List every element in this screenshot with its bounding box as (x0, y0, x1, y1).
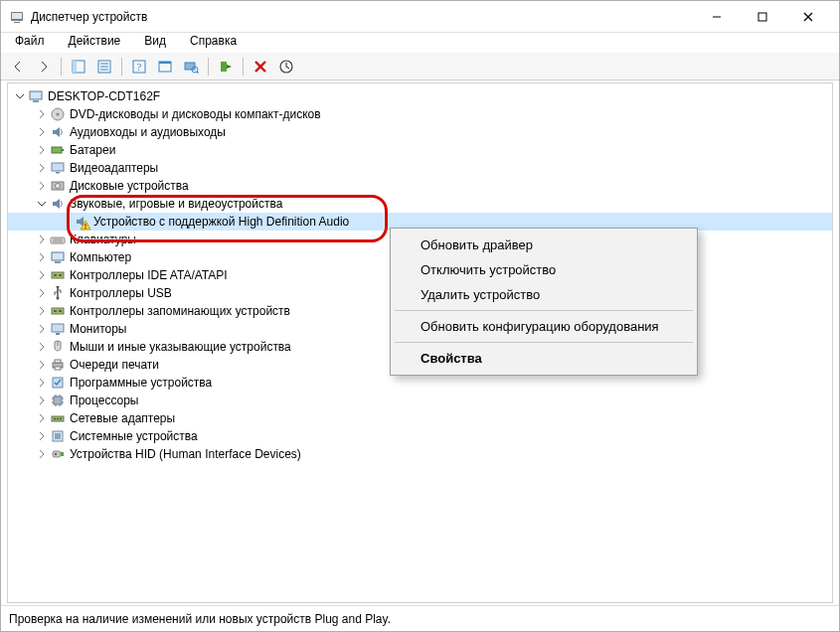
controller-icon (50, 267, 66, 283)
disk-icon (50, 178, 66, 194)
tree-category[interactable]: DVD-дисководы и дисководы компакт-дисков (8, 105, 832, 123)
chevron-right-icon[interactable] (36, 126, 48, 138)
tree-category[interactable]: Видеоадаптеры (8, 159, 832, 177)
svg-rect-20 (221, 62, 227, 72)
update-driver-button[interactable] (275, 56, 297, 78)
chevron-right-icon[interactable] (36, 377, 48, 389)
ctx-delete-device[interactable]: Удалить устройство (393, 282, 695, 307)
chevron-right-icon[interactable] (36, 448, 48, 460)
monitor-icon (50, 321, 66, 337)
minimize-button[interactable] (694, 1, 740, 33)
tree-category[interactable]: Дисковые устройства (8, 177, 832, 195)
svg-rect-28 (52, 147, 62, 153)
menu-view[interactable]: Вид (140, 32, 170, 50)
svg-text:?: ? (137, 61, 142, 73)
chevron-right-icon[interactable] (36, 430, 48, 442)
svg-point-33 (56, 184, 61, 189)
dvd-icon (50, 106, 66, 122)
tree-category-label: Звуковые, игровые и видеоустройства (70, 197, 282, 211)
chevron-right-icon[interactable] (36, 144, 48, 156)
help-button[interactable]: ? (128, 56, 150, 78)
chevron-right-icon[interactable] (36, 287, 48, 299)
menu-action[interactable]: Действие (65, 32, 125, 50)
svg-rect-17 (185, 63, 195, 70)
svg-rect-30 (52, 163, 64, 171)
status-text: Проверка на наличие изменений или новых … (9, 612, 391, 626)
chevron-right-icon[interactable] (36, 162, 48, 174)
controller-icon (50, 303, 66, 319)
hid-icon (50, 446, 66, 462)
svg-point-72 (55, 453, 57, 455)
enable-device-button[interactable] (215, 56, 237, 78)
svg-rect-52 (55, 360, 61, 363)
forward-button[interactable] (33, 56, 55, 78)
menu-help[interactable]: Справка (186, 32, 241, 50)
svg-rect-69 (55, 433, 61, 439)
toolbar: ? (1, 53, 839, 80)
tree-category[interactable]: Устройства HID (Human Interface Devices) (8, 445, 832, 463)
ctx-properties[interactable]: Свойства (393, 346, 695, 371)
tree-category-label: Компьютер (70, 250, 131, 264)
close-button[interactable] (785, 1, 831, 33)
property-sheet-button[interactable] (154, 56, 176, 78)
device-manager-window: Диспетчер устройств Файл Действие Вид Сп… (0, 0, 840, 632)
scan-hardware-button[interactable] (180, 56, 202, 78)
svg-line-19 (197, 72, 199, 74)
chevron-right-icon[interactable] (36, 341, 48, 353)
statusbar: Проверка на наличие изменений или новых … (1, 605, 839, 631)
show-hide-tree-button[interactable] (68, 56, 89, 78)
tree-category-label: Мыши и иные указывающие устройства (70, 340, 291, 354)
svg-rect-1 (12, 13, 22, 19)
chevron-right-icon[interactable] (36, 395, 48, 406)
window-title: Диспетчер устройств (31, 10, 694, 24)
ctx-disable-device[interactable]: Отключить устройство (393, 257, 695, 282)
titlebar: Диспетчер устройств (1, 1, 839, 33)
svg-rect-41 (52, 272, 64, 278)
tree-category-label: Контроллеры USB (70, 286, 172, 300)
chevron-right-icon[interactable] (36, 234, 48, 245)
system-icon (50, 428, 66, 444)
tree-category[interactable]: Процессоры (8, 392, 832, 409)
chevron-right-icon[interactable] (36, 269, 48, 281)
soft-icon (50, 375, 66, 391)
properties-button[interactable] (93, 56, 115, 78)
tree-category-label: Видеоадаптеры (70, 161, 158, 175)
keyboard-icon (50, 232, 66, 247)
tree-root[interactable]: DESKTOP-CDT162F (8, 87, 832, 105)
ctx-sep2 (395, 342, 693, 343)
svg-rect-48 (52, 324, 64, 332)
tree-category-label: Батареи (70, 143, 115, 157)
chevron-down-icon[interactable] (14, 90, 26, 102)
tree-category[interactable]: Сетевые адаптеры (8, 409, 832, 427)
maximize-button[interactable] (740, 1, 785, 33)
tree-category[interactable]: Аудиовходы и аудиовыходы (8, 123, 832, 141)
svg-rect-49 (56, 333, 60, 335)
chevron-down-icon[interactable] (36, 198, 48, 210)
chevron-right-icon[interactable] (36, 412, 48, 424)
back-button[interactable] (7, 56, 29, 78)
tree-category-sound[interactable]: Звуковые, игровые и видеоустройства (8, 195, 832, 213)
ctx-update-driver[interactable]: Обновить драйвер (393, 233, 695, 257)
uninstall-device-button[interactable] (250, 56, 271, 78)
sound-icon (50, 196, 66, 212)
battery-icon (50, 142, 66, 158)
tree-category[interactable]: Программные устройства (8, 374, 832, 392)
ctx-scan-hardware[interactable]: Обновить конфигурацию оборудования (393, 314, 695, 339)
mouse-icon (50, 339, 66, 355)
chevron-right-icon[interactable] (36, 251, 48, 263)
tree-category[interactable]: Батареи (8, 141, 832, 159)
app-icon (9, 9, 25, 25)
chevron-right-icon[interactable] (36, 108, 48, 120)
tree-root-label: DESKTOP-CDT162F (48, 89, 160, 103)
svg-rect-8 (73, 61, 77, 73)
sound-device-warning-icon (74, 214, 89, 230)
tree-category[interactable]: Системные устройства (8, 427, 832, 445)
menu-file[interactable]: Файл (11, 32, 49, 50)
chevron-right-icon[interactable] (36, 359, 48, 371)
chevron-right-icon[interactable] (36, 305, 48, 317)
chevron-right-icon[interactable] (36, 323, 48, 335)
context-menu: Обновить драйвер Отключить устройство Уд… (390, 228, 698, 376)
window-controls (694, 1, 831, 33)
chevron-right-icon[interactable] (36, 180, 48, 192)
svg-point-44 (57, 297, 60, 300)
